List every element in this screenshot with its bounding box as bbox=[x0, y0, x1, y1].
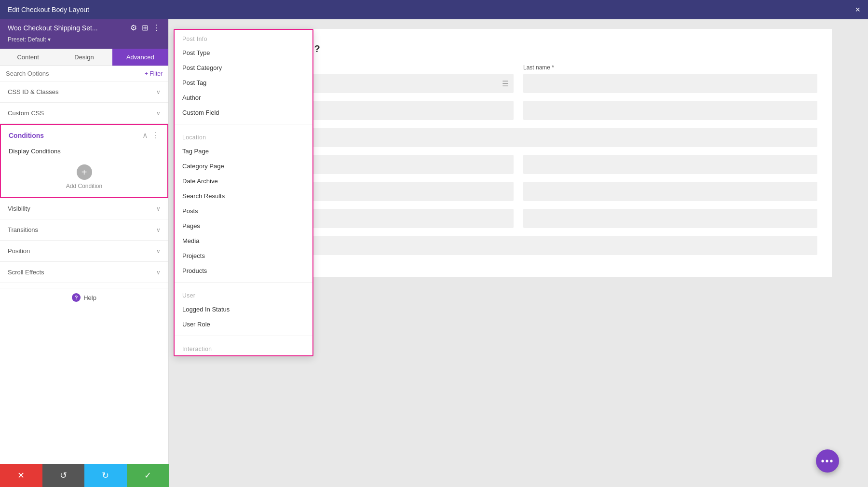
input-6b[interactable] bbox=[523, 209, 817, 228]
group-post-info-label: Post Info bbox=[175, 30, 312, 45]
module-name: Woo Checkout Shipping Set... bbox=[8, 24, 98, 32]
section-scroll-effects: Scroll Effects ∨ bbox=[0, 262, 168, 283]
sidebar-content: CSS ID & Classes ∨ Custom CSS ∨ Conditio… bbox=[0, 81, 168, 487]
section-visibility-header[interactable]: Visibility ∨ bbox=[0, 198, 168, 219]
display-conditions-label: Display Conditions bbox=[1, 146, 167, 159]
more-options-icon[interactable]: ⋮ bbox=[152, 131, 160, 140]
group-user-label: User bbox=[175, 286, 312, 302]
tab-advanced[interactable]: Advanced bbox=[112, 49, 168, 66]
form-group-6b bbox=[523, 209, 817, 228]
action-bar: ✕ ↺ ↻ ✓ bbox=[0, 464, 169, 487]
preset-selector[interactable]: Preset: Default ▾ bbox=[8, 36, 161, 43]
close-button[interactable]: × bbox=[855, 5, 860, 15]
dropdown-post-tag[interactable]: Post Tag bbox=[175, 75, 312, 90]
save-button[interactable]: ✓ bbox=[127, 464, 169, 487]
chevron-down-icon: ∨ bbox=[156, 227, 161, 233]
main-layout: Woo Checkout Shipping Set... ⚙ ⊞ ⋮ Prese… bbox=[0, 19, 868, 487]
section-custom-css: Custom CSS ∨ bbox=[0, 103, 168, 124]
dropdown-posts[interactable]: Posts bbox=[175, 203, 312, 218]
sidebar-header: Woo Checkout Shipping Set... ⚙ ⊞ ⋮ Prese… bbox=[0, 19, 168, 49]
dropdown-author[interactable]: Author bbox=[175, 90, 312, 105]
section-css-id: CSS ID & Classes ∨ bbox=[0, 81, 168, 103]
chevron-down-icon: ∨ bbox=[156, 248, 161, 255]
section-css-id-header[interactable]: CSS ID & Classes ∨ bbox=[0, 81, 168, 102]
close-icon: ✕ bbox=[17, 470, 25, 481]
section-transitions: Transitions ∨ bbox=[0, 219, 168, 241]
conditions-header-controls: ∧ ⋮ bbox=[142, 131, 160, 140]
check-icon: ✓ bbox=[144, 470, 151, 481]
dropdown-post-category[interactable]: Post Category bbox=[175, 60, 312, 75]
settings-icon[interactable]: ⚙ bbox=[130, 23, 137, 32]
conditions-dropdown: Post Info Post Type Post Category Post T… bbox=[174, 29, 313, 356]
form-group-4b bbox=[523, 155, 817, 174]
section-position-header[interactable]: Position ∨ bbox=[0, 241, 168, 261]
section-custom-css-header[interactable]: Custom CSS ∨ bbox=[0, 103, 168, 123]
dropdown-search-results[interactable]: Search Results bbox=[175, 189, 312, 203]
sidebar: Woo Checkout Shipping Set... ⚙ ⊞ ⋮ Prese… bbox=[0, 19, 169, 487]
divider-3 bbox=[175, 336, 312, 336]
dropdown-logged-in[interactable]: Logged In Status bbox=[175, 302, 312, 317]
search-bar: + Filter bbox=[0, 66, 168, 81]
input-2b[interactable] bbox=[523, 101, 817, 120]
section-transitions-header[interactable]: Transitions ∨ bbox=[0, 219, 168, 240]
divider-1 bbox=[175, 124, 312, 124]
chevron-down-icon: ∨ bbox=[156, 110, 161, 117]
header-icons: ⚙ ⊞ ⋮ bbox=[130, 23, 161, 32]
dropdown-media[interactable]: Media bbox=[175, 233, 312, 248]
section-scroll-effects-header[interactable]: Scroll Effects ∨ bbox=[0, 262, 168, 283]
title-bar: Edit Checkout Body Layout × bbox=[0, 0, 868, 19]
undo-icon: ↺ bbox=[60, 470, 67, 481]
dropdown-post-type[interactable]: Post Type bbox=[175, 45, 312, 60]
conditions-section: Conditions ∧ ⋮ Display Conditions + Add … bbox=[0, 124, 168, 198]
grid-icon[interactable]: ⊞ bbox=[142, 23, 148, 32]
chevron-down-icon: ∨ bbox=[156, 89, 161, 95]
add-condition-label: Add Condition bbox=[66, 183, 102, 189]
dropdown-date-archive[interactable]: Date Archive bbox=[175, 174, 312, 189]
chevron-down-icon: ∨ bbox=[156, 205, 161, 212]
help-button[interactable]: ? Help bbox=[0, 288, 168, 307]
group-location-label: Location bbox=[175, 128, 312, 144]
conditions-title: Conditions bbox=[9, 132, 44, 139]
form-group-last-name-right: Last name * bbox=[523, 64, 817, 93]
conditions-header[interactable]: Conditions ∧ ⋮ bbox=[1, 125, 167, 146]
dropdown-projects[interactable]: Projects bbox=[175, 248, 312, 263]
more-icon[interactable]: ⋮ bbox=[153, 23, 161, 32]
undo-button[interactable]: ↺ bbox=[42, 464, 85, 487]
field-icon: ☰ bbox=[502, 79, 509, 88]
add-condition-icon: + bbox=[77, 164, 92, 180]
dropdown-pages[interactable]: Pages bbox=[175, 218, 312, 233]
tab-content[interactable]: Content bbox=[0, 49, 56, 66]
dropdown-custom-field[interactable]: Custom Field bbox=[175, 105, 312, 120]
search-input[interactable] bbox=[6, 70, 141, 77]
section-visibility: Visibility ∨ bbox=[0, 198, 168, 219]
section-position: Position ∨ bbox=[0, 241, 168, 262]
dropdown-user-role[interactable]: User Role bbox=[175, 317, 312, 332]
form-group-2b bbox=[523, 101, 817, 120]
form-group-5b bbox=[523, 182, 817, 201]
close-action-button[interactable]: ✕ bbox=[0, 464, 42, 487]
dropdown-tag-page[interactable]: Tag Page bbox=[175, 144, 312, 159]
dropdown-products[interactable]: Products bbox=[175, 263, 312, 278]
fab-button[interactable]: ••• bbox=[816, 449, 839, 473]
dropdown-category-page[interactable]: Category Page bbox=[175, 159, 312, 174]
filter-button[interactable]: + Filter bbox=[145, 70, 163, 77]
input-4b[interactable] bbox=[523, 155, 817, 174]
redo-button[interactable]: ↻ bbox=[84, 464, 127, 487]
last-name-right-input[interactable] bbox=[523, 74, 817, 93]
last-name-right-label: Last name * bbox=[523, 64, 817, 71]
chevron-down-icon: ∨ bbox=[156, 269, 161, 276]
input-5b[interactable] bbox=[523, 182, 817, 201]
add-condition-button[interactable]: + Add Condition bbox=[1, 159, 167, 197]
help-icon: ? bbox=[72, 293, 81, 302]
group-interaction-label: Interaction bbox=[175, 340, 312, 355]
tab-design[interactable]: Design bbox=[56, 49, 112, 66]
title-bar-title: Edit Checkout Body Layout bbox=[8, 6, 89, 14]
divider-2 bbox=[175, 282, 312, 283]
sidebar-tabs: Content Design Advanced bbox=[0, 49, 168, 66]
chevron-up-icon[interactable]: ∧ bbox=[142, 131, 148, 140]
redo-icon: ↻ bbox=[102, 470, 109, 481]
